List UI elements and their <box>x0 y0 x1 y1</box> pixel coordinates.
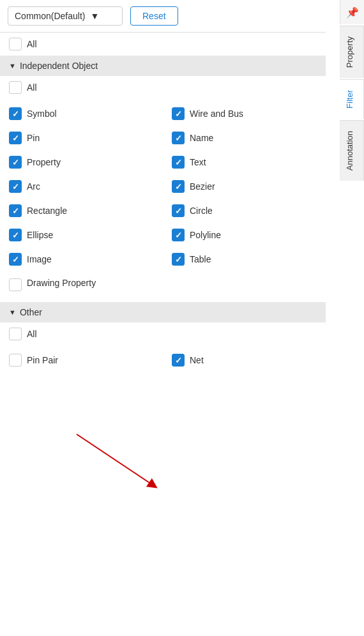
list-item: Pin <box>0 126 163 150</box>
net-checkbox[interactable] <box>172 354 185 367</box>
polyline-label: Polyline <box>190 230 221 240</box>
independent-all-checkbox[interactable] <box>9 81 22 94</box>
other-section-header: ▼ Other <box>0 302 326 322</box>
profile-dropdown[interactable]: Common(Default) ▼ <box>8 6 123 26</box>
other-all-label: All <box>27 329 37 339</box>
net-label: Net <box>190 355 204 365</box>
bezier-label: Bezier <box>190 181 215 192</box>
section-label: Independent Object <box>20 61 98 71</box>
tab-filter[interactable]: Filter <box>340 79 364 119</box>
pin-pair-checkbox[interactable] <box>9 354 22 367</box>
toolbar: Common(Default) ▼ Reset <box>0 0 326 33</box>
list-item: Pin Pair <box>0 348 163 372</box>
svg-line-0 <box>77 434 153 485</box>
list-item: Ellipse <box>0 223 163 247</box>
drawing-property-label: Drawing Property <box>27 277 96 289</box>
text-label: Text <box>190 157 206 167</box>
independent-all-label: All <box>27 82 37 93</box>
circle-checkbox[interactable] <box>172 204 185 217</box>
list-item: Name <box>163 126 326 150</box>
ellipse-label: Ellipse <box>27 230 53 240</box>
rectangle-label: Rectangle <box>27 206 67 216</box>
text-checkbox[interactable] <box>172 156 185 169</box>
bezier-checkbox[interactable] <box>172 180 185 193</box>
independent-object-section-header: ▼ Independent Object <box>0 56 326 76</box>
list-item: Rectangle <box>0 199 163 223</box>
arc-checkbox[interactable] <box>9 180 22 193</box>
list-item: Image <box>0 247 163 271</box>
list-item: Wire and Bus <box>163 102 326 126</box>
independent-object-grid: Symbol Wire and Bus Pin Name Property Te <box>0 99 326 299</box>
other-grid: Pin Pair Net <box>0 345 326 375</box>
property-checkbox[interactable] <box>9 156 22 169</box>
pin-button[interactable]: 📌 <box>340 0 364 24</box>
wire-and-bus-checkbox[interactable] <box>172 107 185 120</box>
ellipse-checkbox[interactable] <box>9 229 22 241</box>
tab-annotation[interactable]: Annotation <box>340 120 364 181</box>
independent-object-all-row: All <box>0 76 326 99</box>
annotation-arrow <box>51 421 192 504</box>
name-label: Name <box>190 133 213 143</box>
wire-and-bus-label: Wire and Bus <box>190 109 243 119</box>
reset-button[interactable]: Reset <box>130 6 178 26</box>
list-item: Symbol <box>0 102 163 126</box>
other-section-arrow: ▼ <box>9 308 16 316</box>
pin-label: Pin <box>27 133 40 143</box>
image-checkbox[interactable] <box>9 253 22 266</box>
other-all-checkbox[interactable] <box>9 328 22 340</box>
right-tabs-panel: 📌 Property Filter Annotation <box>340 0 364 636</box>
chevron-down-icon: ▼ <box>90 11 116 21</box>
list-item: Net <box>163 348 326 372</box>
table-label: Table <box>190 254 211 264</box>
other-all-row: All <box>0 322 326 345</box>
circle-label: Circle <box>190 206 213 216</box>
symbol-checkbox[interactable] <box>9 107 22 120</box>
pin-pair-label: Pin Pair <box>27 355 58 365</box>
polyline-checkbox[interactable] <box>172 229 185 241</box>
list-item: Bezier <box>163 174 326 199</box>
top-all-checkbox[interactable] <box>9 38 22 50</box>
drawing-property-checkbox[interactable] <box>9 278 22 291</box>
list-item: Drawing Property <box>0 271 163 297</box>
list-item: Table <box>163 247 326 271</box>
property-label: Property <box>27 157 61 167</box>
list-item: Arc <box>0 174 163 199</box>
symbol-label: Symbol <box>27 109 57 119</box>
list-item: Property <box>0 150 163 174</box>
name-checkbox[interactable] <box>172 132 185 144</box>
section-collapse-arrow: ▼ <box>9 62 16 70</box>
tab-property[interactable]: Property <box>340 26 364 78</box>
rectangle-checkbox[interactable] <box>9 204 22 217</box>
list-item: Circle <box>163 199 326 223</box>
image-label: Image <box>27 254 52 264</box>
pin-checkbox[interactable] <box>9 132 22 144</box>
top-all-label: All <box>27 39 37 49</box>
list-item: Polyline <box>163 223 326 247</box>
arc-label: Arc <box>27 181 40 192</box>
list-item: Text <box>163 150 326 174</box>
other-section-label: Other <box>20 307 42 317</box>
table-checkbox[interactable] <box>172 253 185 266</box>
dropdown-value: Common(Default) <box>15 11 85 21</box>
top-all-row: All <box>0 33 326 56</box>
